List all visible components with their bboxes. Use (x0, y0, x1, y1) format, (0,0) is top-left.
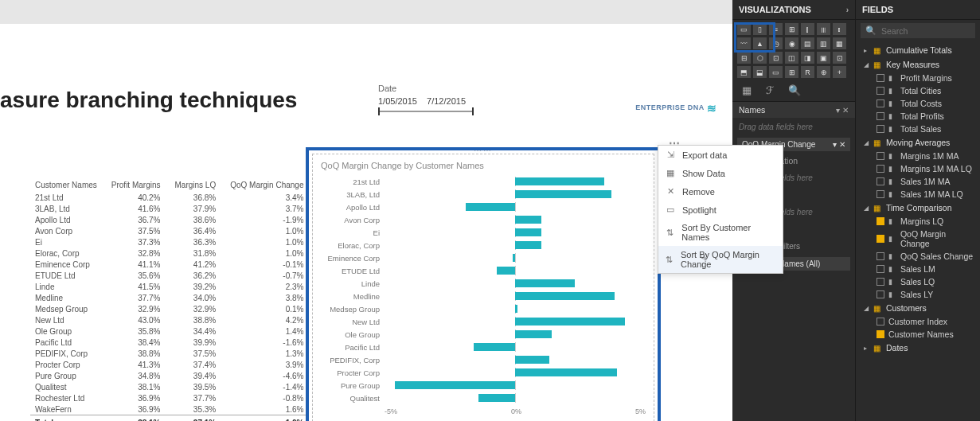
table-row[interactable]: Pure Group34.8%39.4%-4.6% (30, 370, 308, 381)
checkbox[interactable] (877, 99, 884, 107)
field-item[interactable]: Customer Index (856, 315, 980, 328)
field-table[interactable]: ◢▦Customers (856, 301, 980, 315)
field-item[interactable]: Customer Names (856, 328, 980, 341)
bar[interactable] (515, 292, 615, 300)
fields-tab-icon[interactable]: ▦ (742, 84, 752, 96)
checkbox[interactable] (877, 290, 884, 298)
viz-type-button[interactable]: ⊞ (785, 23, 798, 35)
table-row[interactable]: Qualitest38.1%39.5%-1.4% (30, 381, 308, 392)
visual-grip[interactable]: ⋯⋯ (474, 146, 493, 155)
bar[interactable] (515, 190, 611, 198)
bar-row[interactable]: PEDIFIX, Corp (321, 353, 646, 366)
checkbox[interactable] (877, 125, 884, 133)
checkbox[interactable] (877, 278, 884, 286)
checkbox[interactable] (877, 252, 884, 260)
ctx-export-data[interactable]: ⇲Export data (658, 146, 783, 164)
ctx-sort-customer[interactable]: ⇅Sort By Customer Names (658, 219, 783, 246)
field-item[interactable]: ▮Margins 1M MA LQ (856, 162, 980, 175)
ctx-sort-qoq[interactable]: ⇅Sort By QoQ Margin Change (658, 246, 783, 273)
viz-type-button[interactable]: ▭ (769, 66, 783, 78)
table-row[interactable]: Eminence Corp41.1%41.2%-0.1% (30, 259, 308, 270)
viz-type-button[interactable]: ⫿ (801, 23, 814, 35)
analytics-tab-icon[interactable]: 🔍 (788, 84, 801, 96)
date-from[interactable]: 1/05/2015 (378, 96, 424, 106)
ctx-remove[interactable]: ✕Remove (658, 182, 783, 201)
field-item[interactable]: ▮Total Sales (856, 123, 980, 135)
well-names-drop[interactable]: Drag data fields here (732, 118, 855, 136)
viz-type-button[interactable]: ▯ (753, 23, 767, 35)
margins-table[interactable]: Customer NamesProfit MarginsMargins LQQo… (30, 179, 308, 421)
field-table[interactable]: ◢▦Key Measures (856, 57, 980, 72)
bar-row[interactable]: Ei (321, 226, 646, 239)
field-item[interactable]: ▮Sales LY (856, 288, 980, 301)
field-table[interactable]: ▸▦Cumulative Totals (856, 43, 980, 57)
fields-header[interactable]: FIELDS (856, 0, 980, 20)
table-header[interactable]: Margins LQ (166, 179, 221, 192)
bar[interactable] (515, 356, 549, 364)
table-row[interactable]: Rochester Ltd36.9%37.7%-0.8% (30, 392, 308, 403)
bar-row[interactable]: Ole Group (321, 328, 646, 341)
bar-row[interactable]: New Ltd (321, 315, 646, 328)
date-to[interactable]: 7/12/2015 (427, 96, 473, 106)
bar-row[interactable]: Avon Corp (321, 213, 646, 226)
ctx-spotlight[interactable]: ▭Spotlight (658, 201, 783, 219)
viz-type-button[interactable]: 〰 (737, 37, 751, 49)
table-row[interactable]: Linde41.5%39.2%2.3% (30, 281, 308, 292)
viz-type-button[interactable]: ▣ (817, 52, 830, 64)
bar-row[interactable]: ETUDE Ltd (321, 264, 646, 277)
field-item[interactable]: ▮Margins LQ (856, 215, 980, 228)
checkbox[interactable] (877, 177, 884, 185)
bar[interactable] (515, 241, 541, 249)
bar-row[interactable]: Procter Corp (321, 366, 646, 379)
date-slider[interactable] (378, 111, 474, 112)
viz-type-button[interactable]: ◷ (769, 37, 783, 49)
viz-type-button[interactable]: ⬓ (753, 66, 767, 78)
viz-type-button[interactable]: ◨ (801, 52, 814, 64)
table-row[interactable]: Avon Corp37.5%36.4%1.0% (30, 225, 308, 236)
checkbox[interactable] (877, 112, 884, 120)
field-item[interactable]: ▮Sales LM (856, 263, 980, 275)
bar-row[interactable]: Linde (321, 277, 646, 290)
table-row[interactable]: Ole Group35.8%34.4%1.4% (30, 325, 308, 337)
table-row[interactable]: Ei37.3%36.3%1.0% (30, 236, 308, 248)
field-item[interactable]: ▮QoQ Sales Change (856, 250, 980, 263)
viz-type-button[interactable]: ◉ (785, 37, 798, 49)
field-item[interactable]: ▮Total Profits (856, 110, 980, 123)
field-item[interactable]: ▮Sales LQ (856, 275, 980, 288)
viz-type-button[interactable]: ⊟ (737, 52, 751, 64)
viz-type-button[interactable]: R (801, 66, 814, 78)
viz-type-button[interactable]: ⫼ (817, 23, 830, 35)
checkbox[interactable] (877, 74, 884, 82)
viz-type-button[interactable]: + (833, 66, 846, 78)
field-table[interactable]: ◢▦Time Comparison (856, 201, 980, 215)
bar-row[interactable]: Medsep Group (321, 302, 646, 315)
table-row[interactable]: Elorac, Corp32.8%31.8%1.0% (30, 248, 308, 259)
field-item[interactable]: ▮Total Cities (856, 84, 980, 97)
table-row[interactable]: Apollo Ltd36.7%38.6%-1.9% (30, 214, 308, 225)
table-header[interactable]: QoQ Margin Change (221, 179, 308, 192)
bar[interactable] (515, 330, 552, 338)
checkbox[interactable] (877, 318, 884, 325)
table-row[interactable]: ETUDE Ltd35.6%36.2%-0.7% (30, 270, 308, 281)
field-item[interactable]: ▮Sales 1M MA LQ (856, 188, 980, 201)
viz-type-button[interactable]: ⊡ (833, 52, 846, 64)
table-row[interactable]: Pacific Ltd38.4%39.9%-1.6% (30, 337, 308, 348)
field-item[interactable]: ▮Sales 1M MA (856, 175, 980, 188)
search-input[interactable] (881, 26, 980, 36)
field-item[interactable]: ▮QoQ Margin Change (856, 228, 980, 250)
bar-row[interactable]: Apollo Ltd (321, 201, 646, 213)
viz-type-button[interactable]: ⬡ (753, 52, 767, 64)
ctx-show-data[interactable]: ▦Show Data (658, 164, 783, 182)
bar-row[interactable]: Eminence Corp (321, 251, 646, 264)
bar[interactable] (515, 305, 517, 313)
table-header[interactable]: Customer Names (30, 179, 102, 192)
bar[interactable] (515, 177, 604, 185)
table-row[interactable]: Procter Corp41.3%37.4%3.9% (30, 359, 308, 370)
viz-type-button[interactable]: ⊕ (817, 66, 830, 78)
bar[interactable] (478, 394, 515, 402)
table-row[interactable]: 3LAB, Ltd41.6%37.9%3.7% (30, 203, 308, 214)
table-row[interactable]: Medline37.7%34.0%3.8% (30, 292, 308, 303)
chart-selected-visual[interactable]: ⋯⋯ QoQ Margin Change by Customer Names 2… (306, 147, 661, 421)
bar[interactable] (515, 279, 575, 287)
table-header[interactable]: Profit Margins (102, 179, 166, 192)
